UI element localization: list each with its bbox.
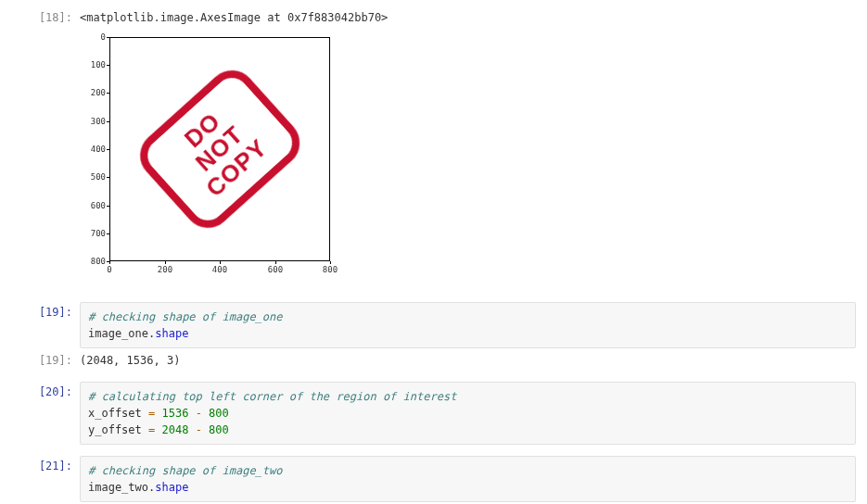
xtick-mark: [109, 261, 110, 264]
xtick-mark: [275, 261, 276, 264]
code-attr: shape: [155, 481, 188, 494]
output-cell-19: [19]: (2048, 1536, 3): [0, 350, 867, 371]
code-num: 2048: [162, 423, 189, 436]
code-text: x_offset: [88, 407, 148, 420]
code-input-19[interactable]: # checking shape of image_one image_one.…: [80, 302, 856, 348]
code-num: 1536: [162, 407, 189, 420]
ytick-label: 800: [91, 257, 106, 266]
input-cell-21: [21]: # checking shape of image_two imag…: [0, 456, 867, 502]
xtick-label: 800: [323, 265, 338, 274]
in-prompt-19: [19]:: [0, 302, 80, 322]
code-op: -: [188, 407, 209, 420]
ytick-label: 0: [101, 32, 106, 42]
code-text: y_offset: [88, 423, 148, 436]
xtick-label: 0: [107, 265, 111, 274]
code-input-21[interactable]: # checking shape of image_two image_two.…: [80, 456, 856, 502]
code-sp: [155, 423, 161, 436]
code-sp: [155, 407, 161, 420]
in-prompt-20: [20]:: [0, 382, 80, 402]
stamp-border: DO NOT COPY: [131, 61, 310, 238]
output-cell-18-image: 0 100 200 300 400 500 600 700 800 0: [0, 30, 867, 291]
out-prompt-18: [18]:: [0, 7, 80, 28]
out-prompt-19: [19]:: [0, 350, 80, 371]
output-text-19: (2048, 1536, 3): [80, 350, 856, 371]
xtick-mark: [165, 261, 166, 264]
plot-area: DO NOT COPY: [109, 37, 330, 261]
code-input-20[interactable]: # calculating top left corner of the reg…: [80, 382, 856, 445]
code-num: 800: [209, 423, 229, 436]
ytick-label: 300: [91, 117, 106, 126]
comment: # calculating top left corner of the reg…: [88, 390, 456, 403]
ytick-label: 600: [91, 201, 106, 210]
output-text-18: <matplotlib.image.AxesImage at 0x7f88304…: [80, 7, 856, 28]
xtick-mark: [220, 261, 221, 264]
xtick-label: 200: [158, 265, 172, 274]
input-cell-20: [20]: # calculating top left corner of t…: [0, 382, 867, 445]
code-num: 800: [209, 407, 229, 420]
xtick-label: 600: [268, 265, 283, 274]
ytick-label: 700: [91, 229, 106, 238]
code-text: image_two.: [88, 481, 155, 494]
ytick-label: 500: [91, 172, 106, 182]
ytick-label: 200: [91, 88, 106, 97]
comment: # checking shape of image_two: [88, 464, 283, 477]
xtick-mark: [330, 261, 331, 264]
code-attr: shape: [155, 327, 188, 340]
input-cell-19: [19]: # checking shape of image_one imag…: [0, 302, 867, 348]
ytick-label: 400: [91, 145, 106, 154]
axes-image-plot: 0 100 200 300 400 500 600 700 800 0: [80, 32, 338, 282]
output-cell-18-repr: [18]: <matplotlib.image.AxesImage at 0x7…: [0, 7, 867, 28]
code-text: image_one.: [88, 327, 155, 340]
ytick-label: 100: [91, 60, 106, 69]
xtick-label: 400: [212, 265, 227, 274]
do-not-copy-stamp: DO NOT COPY: [131, 61, 310, 238]
out-prompt-18-blank: [0, 30, 80, 37]
comment: # checking shape of image_one: [88, 310, 283, 323]
in-prompt-21: [21]:: [0, 456, 80, 476]
chart-container: 0 100 200 300 400 500 600 700 800 0: [80, 30, 856, 291]
code-op: -: [188, 423, 209, 436]
